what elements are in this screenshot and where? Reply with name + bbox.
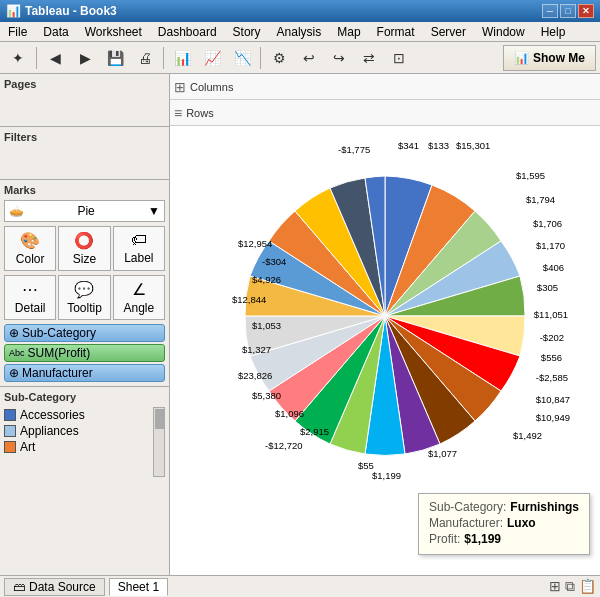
color-button[interactable]: 🎨 Color: [4, 226, 56, 271]
marks-section: Marks 🥧 Pie ▼ 🎨 Color ⭕ Size 🏷 Label: [0, 180, 169, 386]
toolbar-undo[interactable]: ↩: [295, 45, 323, 71]
menu-worksheet[interactable]: Worksheet: [77, 22, 150, 41]
sub-category-pill[interactable]: ⊕ Sub-Category: [4, 324, 165, 342]
toolbar-fit[interactable]: ⊡: [385, 45, 413, 71]
toolbar-forward[interactable]: ▶: [71, 45, 99, 71]
menu-story[interactable]: Story: [225, 22, 269, 41]
label-15301: $15,301: [456, 140, 490, 151]
legend-color-art: [4, 441, 16, 453]
left-panel: Pages Filters Marks 🥧 Pie ▼ 🎨 Color ⭕: [0, 74, 170, 575]
rows-label: Rows: [186, 107, 214, 119]
columns-label: Columns: [190, 81, 233, 93]
menu-format[interactable]: Format: [369, 22, 423, 41]
toolbar-print[interactable]: 🖨: [131, 45, 159, 71]
toolbar-chart1[interactable]: 📊: [168, 45, 196, 71]
label-305: $305: [537, 282, 558, 293]
rows-icon: ≡: [174, 105, 182, 121]
color-label: Color: [16, 252, 45, 266]
label-1595: $1,595: [516, 170, 545, 181]
label-23826: $23,826: [238, 370, 272, 381]
menu-map[interactable]: Map: [329, 22, 368, 41]
tooltip: Sub-Category: Furnishings Manufacturer: …: [418, 493, 590, 555]
rows-shelf[interactable]: ≡ Rows: [170, 100, 600, 126]
label-341: $341: [398, 140, 419, 151]
toolbar-separator-3: [260, 47, 261, 69]
label-12844: $12,844: [232, 294, 266, 305]
marks-type-arrow: ▼: [148, 204, 160, 218]
detail-button[interactable]: ⋯ Detail: [4, 275, 56, 320]
menu-dashboard[interactable]: Dashboard: [150, 22, 225, 41]
label-1706: $1,706: [533, 218, 562, 229]
minimize-button[interactable]: ─: [542, 4, 558, 18]
show-me-label: Show Me: [533, 51, 585, 65]
toolbar-save[interactable]: 💾: [101, 45, 129, 71]
legend-color-accessories: [4, 409, 16, 421]
label-icon: 🏷: [131, 231, 147, 249]
toolbar-filter[interactable]: ⚙: [265, 45, 293, 71]
tab-sheet1[interactable]: Sheet 1: [109, 578, 168, 596]
marks-title: Marks: [4, 184, 165, 196]
sheet1-label: Sheet 1: [118, 580, 159, 594]
marks-type-icon: 🥧: [9, 204, 24, 218]
label-2915: $2,915: [300, 426, 329, 437]
tooltip-profit-key: Profit:: [429, 532, 460, 546]
marks-type-select[interactable]: 🥧 Pie ▼: [4, 200, 165, 222]
size-label: Size: [73, 252, 96, 266]
tooltip-button[interactable]: 💬 Tooltip: [58, 275, 110, 320]
menu-data[interactable]: Data: [35, 22, 76, 41]
marks-buttons-row1: 🎨 Color ⭕ Size 🏷 Label: [4, 226, 165, 271]
tooltip-manufacturer-key: Manufacturer:: [429, 516, 503, 530]
window-title: Tableau - Book3: [25, 4, 117, 18]
angle-button[interactable]: ∠ Angle: [113, 275, 165, 320]
label-556: $556: [541, 352, 562, 363]
legend-color-appliances: [4, 425, 16, 437]
color-icon: 🎨: [20, 231, 40, 250]
tooltip-manufacturer-val: Luxo: [507, 516, 536, 530]
toolbar-chart2[interactable]: 📈: [198, 45, 226, 71]
label-button[interactable]: 🏷 Label: [113, 226, 165, 271]
label-1775: -$1,775: [338, 144, 370, 155]
filters-title: Filters: [4, 131, 165, 143]
maximize-button[interactable]: □: [560, 4, 576, 18]
app-icon: 📊: [6, 4, 21, 18]
label-1053: $1,053: [252, 320, 281, 331]
toolbar-back[interactable]: ◀: [41, 45, 69, 71]
title-bar: 📊 Tableau - Book3 ─ □ ✕: [0, 0, 600, 22]
legend-area: Accessories Appliances Art: [4, 407, 165, 477]
new-dashboard-icon[interactable]: 📋: [579, 578, 596, 595]
tab-data-source[interactable]: 🗃 Data Source: [4, 578, 105, 596]
toolbar-swap[interactable]: ⇄: [355, 45, 383, 71]
menu-window[interactable]: Window: [474, 22, 533, 41]
legend-scroll-thumb[interactable]: [155, 409, 165, 429]
menu-help[interactable]: Help: [533, 22, 574, 41]
toolbar-redo[interactable]: ↪: [325, 45, 353, 71]
marks-buttons-row2: ⋯ Detail 💬 Tooltip ∠ Angle: [4, 275, 165, 320]
label-11051: $11,051: [534, 309, 568, 320]
duplicate-sheet-icon[interactable]: ⧉: [565, 578, 575, 595]
label-1794: $1,794: [526, 194, 555, 205]
label-4926: $4,926: [252, 274, 281, 285]
close-button[interactable]: ✕: [578, 4, 594, 18]
legend-scrollbar[interactable]: [153, 407, 165, 477]
toolbar-chart3[interactable]: 📉: [228, 45, 256, 71]
manufacturer-pill[interactable]: ⊕ Manufacturer: [4, 364, 165, 382]
marks-pills: ⊕ Sub-Category Abc SUM(Profit) ⊕ Manufac…: [4, 324, 165, 382]
label-1170: $1,170: [536, 240, 565, 251]
toolbar-new[interactable]: ✦: [4, 45, 32, 71]
label-10949: $10,949: [536, 412, 570, 423]
columns-shelf[interactable]: ⊞ Columns: [170, 74, 600, 100]
show-me-button[interactable]: 📊 Show Me: [503, 45, 596, 71]
menu-file[interactable]: File: [0, 22, 35, 41]
new-sheet-icon[interactable]: ⊞: [549, 578, 561, 595]
legend-item-appliances: Appliances: [4, 423, 165, 439]
label-12720: -$12,720: [265, 440, 303, 451]
size-button[interactable]: ⭕ Size: [58, 226, 110, 271]
label-1199: $1,199: [372, 470, 401, 481]
label-304: -$304: [262, 256, 286, 267]
pages-section: Pages: [0, 74, 169, 127]
menu-analysis[interactable]: Analysis: [269, 22, 330, 41]
pages-title: Pages: [4, 78, 165, 90]
sum-profit-pill[interactable]: Abc SUM(Profit): [4, 344, 165, 362]
label-2585: -$2,585: [536, 372, 568, 383]
menu-server[interactable]: Server: [423, 22, 474, 41]
